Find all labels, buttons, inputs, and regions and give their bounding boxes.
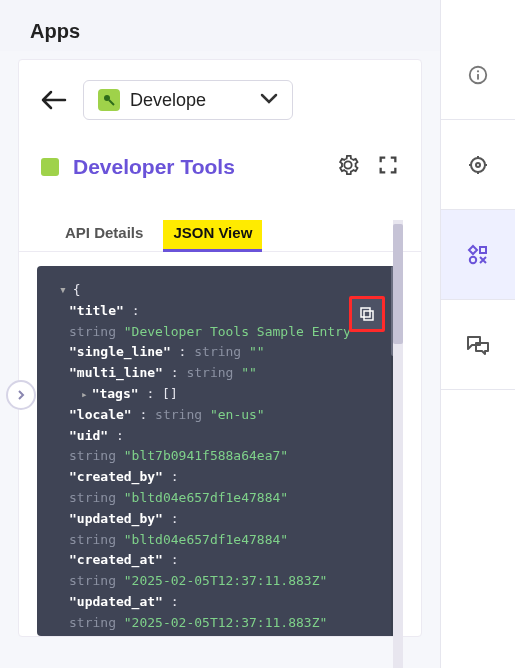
json-type: string	[69, 615, 116, 630]
json-val-title: "Developer Tools Sample Entry"	[124, 324, 359, 339]
back-button[interactable]	[39, 88, 69, 112]
app-selector-label: Develope	[130, 90, 250, 111]
svg-point-4	[477, 70, 479, 72]
tab-api-details[interactable]: API Details	[59, 220, 149, 251]
rail-info-button[interactable]	[441, 30, 515, 120]
json-key-created-at: "created_at"	[69, 552, 163, 567]
copy-json-button[interactable]	[349, 296, 385, 332]
json-key-updated-by: "updated_by"	[69, 511, 163, 526]
svg-rect-8	[480, 247, 486, 253]
chevron-down-icon	[260, 91, 278, 109]
json-type: string	[69, 573, 116, 588]
json-key-locale: "locale"	[69, 407, 132, 422]
settings-button[interactable]	[337, 154, 359, 180]
rail-discussion-button[interactable]	[441, 300, 515, 390]
json-val: "en-us"	[210, 407, 265, 422]
json-val: "bltd04e657df1e47884"	[124, 490, 288, 505]
json-val: ""	[249, 344, 265, 359]
json-key-updated-at: "updated_at"	[69, 594, 163, 609]
json-val: "2025-02-05T12:37:11.883Z"	[124, 573, 328, 588]
right-rail	[440, 0, 515, 668]
json-val: "blt7b0941f588a64ea7"	[124, 448, 288, 463]
tab-json-view[interactable]: JSON View	[163, 220, 262, 252]
json-type: string	[69, 448, 116, 463]
json-type: string	[155, 407, 202, 422]
json-val: "bltd04e657df1e47884"	[124, 532, 288, 547]
apps-header: Apps	[0, 0, 440, 51]
expand-sidebar-button[interactable]	[6, 380, 36, 410]
json-type: string	[69, 490, 116, 505]
rail-sync-button[interactable]	[441, 120, 515, 210]
json-type: string	[69, 532, 116, 547]
json-val: "2025-02-05T12:37:11.883Z"	[124, 615, 328, 630]
json-type: string	[186, 365, 233, 380]
json-val: ""	[241, 365, 257, 380]
app-logo-icon	[98, 89, 120, 111]
json-type: string	[194, 344, 241, 359]
json-key-title: "title"	[69, 303, 124, 318]
app-selector[interactable]: Develope	[83, 80, 293, 120]
detail-card: Develope Developer Tools API Deta	[18, 59, 422, 637]
json-key-uid: "uid"	[69, 428, 108, 443]
json-type: string	[69, 324, 116, 339]
json-key-tags[interactable]: "tags"	[92, 386, 139, 401]
svg-rect-1	[364, 311, 373, 320]
rail-widgets-button[interactable]	[441, 210, 515, 300]
svg-point-9	[470, 256, 476, 262]
svg-point-7	[476, 163, 480, 167]
svg-point-6	[471, 158, 485, 172]
page-title: Developer Tools	[73, 155, 235, 179]
json-val: []	[162, 386, 178, 401]
json-key-multi-line: "multi_line"	[69, 365, 163, 380]
dev-tools-icon	[41, 158, 59, 176]
tabs: API Details JSON View	[19, 186, 421, 252]
panel-scrollbar-thumb[interactable]	[393, 224, 403, 344]
svg-rect-2	[361, 308, 370, 317]
fullscreen-button[interactable]	[377, 154, 399, 180]
json-key-created-by: "created_by"	[69, 469, 163, 484]
json-key-single-line: "single_line"	[69, 344, 171, 359]
panel-scrollbar[interactable]	[393, 220, 403, 668]
json-viewer: ▾{ "title" : string "Developer Tools Sam…	[37, 266, 403, 636]
svg-rect-5	[477, 74, 479, 80]
